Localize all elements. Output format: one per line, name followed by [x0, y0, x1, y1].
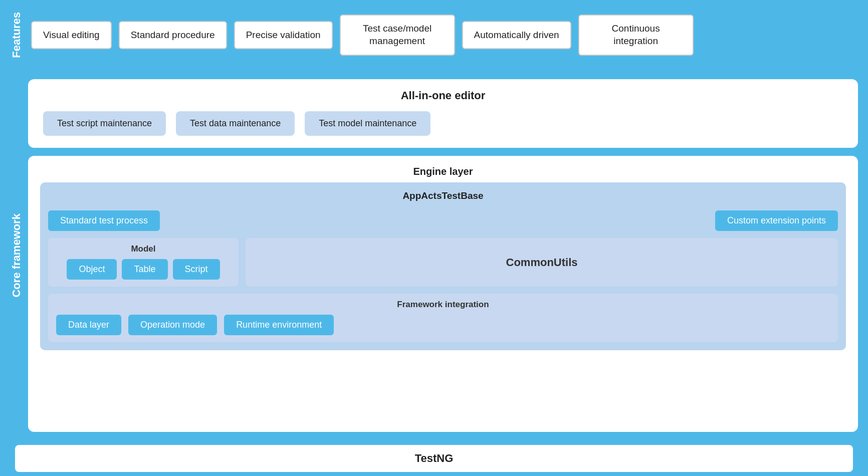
process-row: Standard test process Custom extension p…	[48, 210, 838, 231]
features-label: Features	[10, 12, 23, 58]
main-content: Core framework All-in-one editor Test sc…	[0, 70, 868, 441]
model-btns: Object Table Script	[56, 259, 231, 280]
appacts-title: AppActsTestBase	[48, 190, 838, 201]
editor-cards: Test script maintenance Test data mainte…	[43, 111, 843, 136]
editor-panel: All-in-one editor Test script maintenanc…	[28, 79, 858, 148]
features-cards: Visual editing Standard procedure Precis…	[31, 15, 858, 55]
feature-card-visual-editing: Visual editing	[31, 21, 112, 50]
feature-card-continuous-integration: Continuous integration	[578, 15, 694, 55]
table-btn: Table	[122, 259, 167, 280]
editor-card-test-script: Test script maintenance	[43, 111, 166, 136]
feature-card-precise-validation: Precise validation	[234, 21, 333, 50]
model-box: Model Object Table Script	[48, 238, 239, 287]
editor-card-test-model: Test model maintenance	[305, 111, 430, 136]
standard-test-process-btn: Standard test process	[48, 210, 160, 231]
script-btn: Script	[173, 259, 220, 280]
engine-panel: Engine layer AppActsTestBase Standard te…	[28, 156, 858, 432]
panels-col: All-in-one editor Test script maintenanc…	[28, 79, 858, 432]
editor-title: All-in-one editor	[43, 89, 843, 102]
editor-card-test-data: Test data maintenance	[176, 111, 295, 136]
testng-footer: TestNG	[0, 441, 868, 476]
operation-mode-btn: Operation mode	[128, 315, 217, 335]
core-label-col: Core framework	[10, 79, 28, 432]
framework-btns: Data layer Operation mode Runtime enviro…	[56, 315, 830, 335]
common-utils-box: CommonUtils	[246, 238, 838, 287]
engine-title: Engine layer	[40, 166, 846, 177]
feature-card-test-case-model: Test case/model management	[340, 15, 455, 55]
feature-card-standard-procedure: Standard procedure	[119, 21, 227, 50]
runtime-env-btn: Runtime environment	[224, 315, 334, 335]
framework-title: Framework integration	[56, 300, 830, 310]
model-utils-row: Model Object Table Script CommonUtils	[48, 238, 838, 287]
feature-card-automatically-driven: Automatically driven	[462, 21, 571, 50]
core-label: Core framework	[10, 213, 23, 298]
appacts-box: AppActsTestBase Standard test process Cu…	[40, 182, 846, 350]
model-title: Model	[56, 244, 231, 254]
framework-box: Framework integration Data layer Operati…	[48, 294, 838, 342]
testng-label: TestNG	[15, 445, 853, 472]
object-btn: Object	[67, 259, 117, 280]
custom-extension-points-btn: Custom extension points	[715, 210, 838, 231]
data-layer-btn: Data layer	[56, 315, 121, 335]
features-row: Features Visual editing Standard procedu…	[0, 0, 868, 70]
diagram-container: Features Visual editing Standard procedu…	[0, 0, 868, 476]
